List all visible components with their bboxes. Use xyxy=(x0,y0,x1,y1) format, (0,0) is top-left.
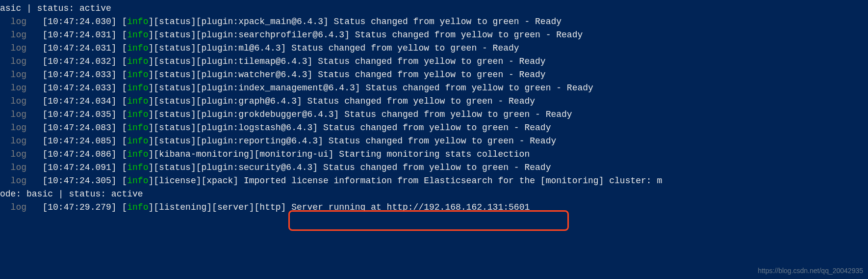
log-label: log xyxy=(11,83,26,93)
log-message: Status changed from yellow to green - Re… xyxy=(323,163,551,172)
log-label: log xyxy=(11,149,26,159)
log-label: log xyxy=(11,96,26,106)
log-tags: [status][plugin:searchprofiler@6.4.3] xyxy=(153,30,355,40)
log-level: info xyxy=(127,149,148,159)
log-line: log [10:47:24.035] [info][status][plugin… xyxy=(0,108,868,121)
log-timestamp: [10:47:24.031] xyxy=(42,43,122,53)
log-label: log xyxy=(11,110,26,119)
log-tags: [kibana-monitoring][monitoring-ui] xyxy=(153,149,339,159)
log-tags: [listening][server][http] xyxy=(153,202,291,212)
log-message: Imported license information from Elasti… xyxy=(244,176,662,186)
log-line: log [10:47:24.091] [info][status][plugin… xyxy=(0,161,868,174)
log-tags: [status][plugin:security@6.4.3] xyxy=(153,163,323,172)
log-timestamp: [10:47:24.030] xyxy=(42,17,122,27)
log-timestamp: [10:47:24.033] xyxy=(42,83,122,93)
log-line: log [10:47:24.085] [info][status][plugin… xyxy=(0,135,868,148)
log-label: log xyxy=(11,56,26,66)
log-timestamp: [10:47:24.032] xyxy=(42,56,122,66)
log-tags: [status][plugin:watcher@6.4.3] xyxy=(153,70,318,80)
log-level: info xyxy=(127,123,148,133)
log-timestamp: [10:47:24.091] xyxy=(42,163,122,172)
log-line: log [10:47:24.086] [info][kibana-monitor… xyxy=(0,148,868,161)
log-tags: [status][plugin:tilemap@6.4.3] xyxy=(153,56,318,66)
log-label: log xyxy=(11,30,26,40)
log-tags: [status][plugin:ml@6.4.3] xyxy=(153,43,291,53)
log-message: Status changed from yellow to green - Re… xyxy=(291,43,519,53)
log-message: Starting monitoring stats collection xyxy=(339,149,530,159)
log-message: Status changed from yellow to green - Re… xyxy=(318,70,545,80)
log-message: Status changed from yellow to green - Re… xyxy=(344,110,572,119)
log-line: log [10:47:24.032] [info][status][plugin… xyxy=(0,55,868,68)
log-level: info xyxy=(127,83,148,93)
log-level: info xyxy=(127,136,148,146)
log-tags: [status][plugin:xpack_main@6.4.3] xyxy=(153,17,333,27)
log-level: info xyxy=(127,56,148,66)
log-tags: [status][plugin:logstash@6.4.3] xyxy=(153,123,323,133)
log-level: info xyxy=(127,43,148,53)
log-line: log [10:47:24.083] [info][status][plugin… xyxy=(0,121,868,135)
log-timestamp: [10:47:24.085] xyxy=(42,136,122,146)
log-label: log xyxy=(11,123,26,133)
log-line: log [10:47:29.279] [info][listening][ser… xyxy=(0,201,868,214)
log-message: Server running at http://192.168.162.131… xyxy=(291,202,530,212)
log-label: log xyxy=(11,17,26,27)
log-label: log xyxy=(11,43,26,53)
log-message: Status changed from yellow to green - Re… xyxy=(334,17,562,27)
log-fragment: ode: basic | status: active xyxy=(0,188,868,201)
log-line: log [10:47:24.031] [info][status][plugin… xyxy=(0,28,868,42)
log-line: log [10:47:24.305] [info][license][xpack… xyxy=(0,174,868,188)
log-label: log xyxy=(11,136,26,146)
log-level: info xyxy=(127,176,148,186)
log-tags: [status][plugin:reporting@6.4.3] xyxy=(153,136,328,146)
log-tags: [status][plugin:graph@6.4.3] xyxy=(153,96,307,106)
log-fragment: asic | status: active xyxy=(0,2,868,15)
log-timestamp: [10:47:24.035] xyxy=(42,110,122,119)
watermark-text: https://blog.csdn.net/qq_20042935 xyxy=(758,266,863,276)
log-message: Status changed from yellow to green - Re… xyxy=(355,30,583,40)
log-line: log [10:47:24.030] [info][status][plugin… xyxy=(0,15,868,28)
log-level: info xyxy=(127,202,148,212)
log-line: log [10:47:24.034] [info][status][plugin… xyxy=(0,95,868,108)
terminal-output: asic | status: active log [10:47:24.030]… xyxy=(0,2,868,214)
log-level: info xyxy=(127,70,148,80)
log-level: info xyxy=(127,30,148,40)
log-label: log xyxy=(11,176,26,186)
log-label: log xyxy=(11,163,26,172)
log-tags: [license][xpack] xyxy=(153,176,244,186)
log-tags: [status][plugin:index_management@6.4.3] xyxy=(153,83,365,93)
log-timestamp: [10:47:24.034] xyxy=(42,96,122,106)
log-message: Status changed from yellow to green - Re… xyxy=(365,83,593,93)
log-timestamp: [10:47:24.031] xyxy=(42,30,122,40)
log-message: Status changed from yellow to green - Re… xyxy=(329,136,556,146)
log-level: info xyxy=(127,17,148,27)
log-timestamp: [10:47:29.279] xyxy=(42,202,122,212)
log-timestamp: [10:47:24.083] xyxy=(42,123,122,133)
log-level: info xyxy=(127,96,148,106)
log-line: log [10:47:24.033] [info][status][plugin… xyxy=(0,82,868,95)
log-message: Status changed from yellow to green - Re… xyxy=(318,56,545,66)
log-label: log xyxy=(11,202,26,212)
log-timestamp: [10:47:24.086] xyxy=(42,149,122,159)
log-message: Status changed from yellow to green - Re… xyxy=(307,96,535,106)
log-timestamp: [10:47:24.305] xyxy=(42,176,122,186)
log-level: info xyxy=(127,110,148,119)
log-line: log [10:47:24.031] [info][status][plugin… xyxy=(0,42,868,55)
log-message: Status changed from yellow to green - Re… xyxy=(323,123,551,133)
log-timestamp: [10:47:24.033] xyxy=(42,70,122,80)
log-line: log [10:47:24.033] [info][status][plugin… xyxy=(0,68,868,82)
log-label: log xyxy=(11,70,26,80)
log-level: info xyxy=(127,163,148,172)
log-tags: [status][plugin:grokdebugger@6.4.3] xyxy=(153,110,344,119)
